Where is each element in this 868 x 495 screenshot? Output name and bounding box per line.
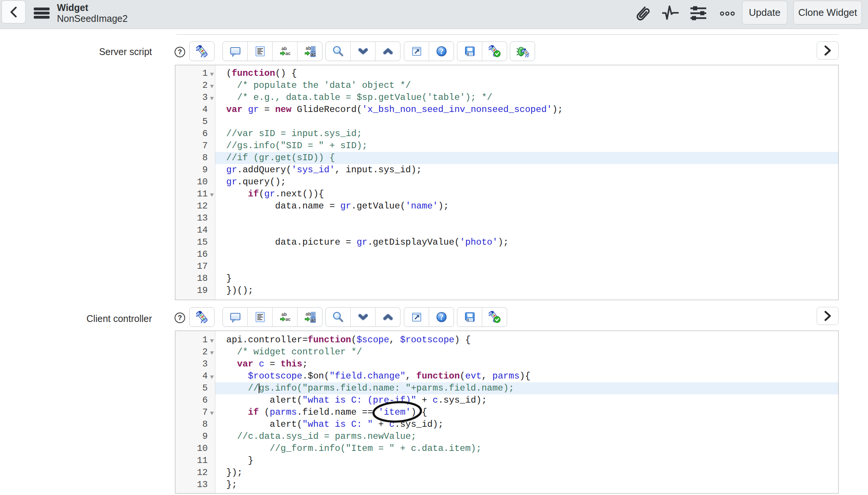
- svg-text:ac: ac: [285, 51, 291, 56]
- svg-text:ab: ab: [305, 311, 311, 317]
- svg-text:ac: ac: [285, 317, 291, 322]
- svg-text:ac: ac: [311, 317, 316, 323]
- svg-text:ab: ab: [305, 46, 311, 51]
- svg-text:?: ?: [439, 313, 443, 322]
- svg-text:ac: ac: [311, 52, 316, 57]
- svg-text:ab: ab: [281, 312, 287, 317]
- svg-text:?: ?: [439, 47, 443, 56]
- svg-text:ab: ab: [281, 46, 287, 51]
